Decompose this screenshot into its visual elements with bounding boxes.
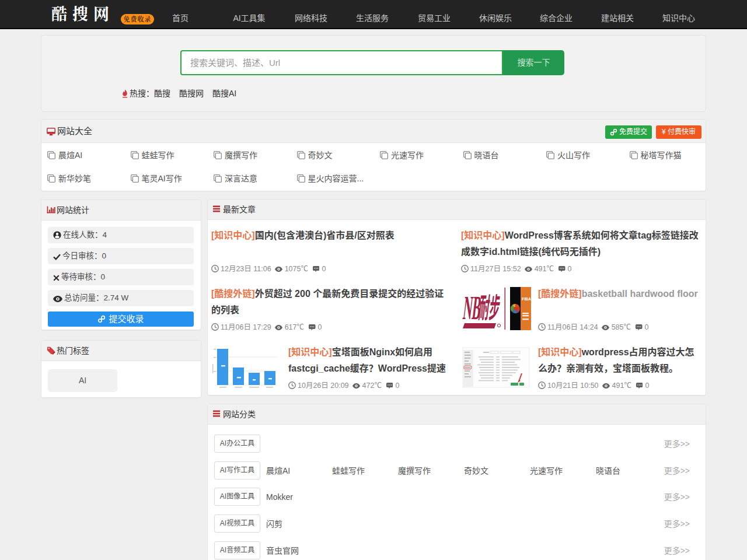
svg-text:FIBA: FIBA: [522, 297, 531, 301]
svg-text:耐步: 耐步: [477, 293, 502, 324]
